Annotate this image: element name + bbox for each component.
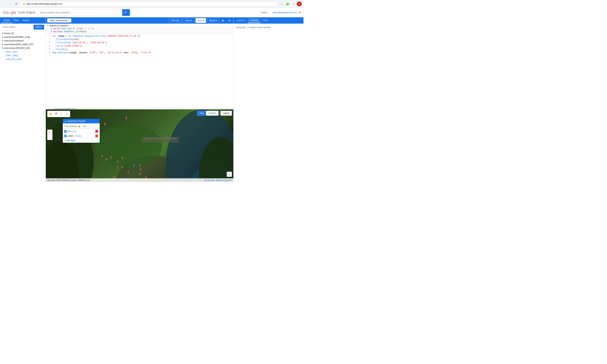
forward-button[interactable]: → [8,1,13,6]
filter-input[interactable] [1,25,33,29]
code-line-1: 1 var image = ee.Image(ee.ImageCollectio… [46,35,233,38]
map-pin-9[interactable]: 📍 [121,157,124,160]
save-label: Save [185,19,190,22]
import-edit-icon[interactable]: ✏ [85,27,86,30]
imports-info-icon[interactable]: ℹ [69,25,69,27]
address-bar[interactable]: 🔒 https://code.earthengine.google.com [20,1,278,6]
polygon-tool-button[interactable]: ⬡ [64,111,69,117]
zoom-in-button[interactable]: + [47,130,53,135]
code-line-4: 4 .sort('CLOUD_COVER') [46,44,233,48]
reload-button[interactable]: ⟳ [14,1,19,6]
map-pin-12[interactable]: 📍 [138,164,142,168]
pan-tool-button[interactable]: ✋ [48,111,53,117]
user-email[interactable]: shaun@shaunlevick.com [272,11,297,14]
map-pin-3[interactable]: 📍 [103,123,107,127]
tree-leaf-label: Intro_Lab2 [7,51,17,53]
panel-tabs: Inspector Console Tasks [234,17,304,24]
tree-item-env202[interactable]: ▾ users/shaun/ENV202_502 [0,46,46,50]
help-button[interactable]: Help ▾ [259,10,270,15]
tab-label-text: Lab4_screenshots * [49,19,69,22]
more-button[interactable]: ⋮ [291,1,296,6]
map-pin-8[interactable]: 📍 [110,156,113,159]
import-delete-icon[interactable]: 🗑 [92,27,94,30]
search-button[interactable]: 🔍 [122,9,130,16]
save-button[interactable]: Save ▾ [183,18,194,23]
layers-button[interactable]: Layers [221,111,232,116]
help-label: Help [262,11,266,14]
marker-tool-button[interactable]: 📍 [53,111,58,117]
code-scrollbar[interactable] [46,108,233,109]
search-input[interactable] [38,9,122,16]
roi-color-swatch[interactable] [95,130,98,133]
back-button[interactable]: ← [2,1,7,6]
tree-item-intro-lab2[interactable]: ▪ Intro_Lab2 [0,50,46,54]
terms-link[interactable]: Terms of Use [204,179,215,181]
import-copy-icon[interactable]: ⊕ [88,27,90,30]
tree-item-intro-lab22[interactable]: ▪ Intro_Lab22 [0,54,46,57]
right-panel: Inspector Console Tasks Use print(...) t… [233,17,304,182]
roi-checkbox[interactable] [64,130,67,133]
user-avatar[interactable]: S [297,1,302,6]
grid-view-button[interactable]: ⊞ [221,18,226,23]
line-content-5: .first()); [53,48,233,51]
urban-checkbox[interactable] [64,135,67,137]
map-pin-1[interactable]: 📍 [124,116,128,120]
import-item-urban: ▸ var urban: MultiPoint, 25 vertices [47,30,86,33]
sidebar-item-scripts[interactable]: Scripts [1,18,12,23]
map-pin-14[interactable]: 📍 [127,171,130,174]
import-expand-icon[interactable]: ▸ [51,30,52,33]
tree-item-default[interactable]: ▸ users/shaun/default [0,39,46,43]
code-editor[interactable]: 1 var image = ee.Image(ee.ImageCollectio… [46,34,233,108]
map-type-map-button[interactable]: Map [197,111,206,116]
sidebar-item-docs[interactable]: Docs [12,18,21,23]
line-content-2: .filterBounds(roi) [53,38,233,41]
add-layer-link[interactable]: + new layer [63,138,100,143]
import-type-roi: Point [61,27,66,30]
map-type-satellite-button[interactable]: Satellite [206,111,218,116]
zoom-out-button[interactable]: − [47,135,53,140]
urban-color-swatch[interactable] [95,134,98,137]
import-expand-icon[interactable]: ▸ [51,27,52,30]
map-pin-7[interactable]: 📍 [105,158,108,162]
import-key-urban: var urban: [53,30,63,33]
fullscreen-button[interactable]: ⤢ [227,172,232,177]
reset-button[interactable]: Reset ▾ [207,18,219,23]
scrollbar-thumb [54,108,76,109]
new-button[interactable]: NEW ▾ [34,25,44,29]
imports-header: ▾ Imports (2 entries) ℹ [47,24,69,27]
map-pin-10[interactable]: 📍 [116,161,119,164]
imports-toggle[interactable]: ▾ [47,24,48,27]
terms-label[interactable]: Terms of Use [204,179,215,181]
settings-button[interactable]: ⚙ [227,18,232,23]
line-content-4: .sort('CLOUD_COVER') [53,44,233,48]
tree-item-env-emm[interactable]: ▸ users/shaun/ENV_EMM_2017 [0,43,46,46]
lock-icon[interactable]: 🔒 [78,125,81,127]
tab-tasks[interactable]: Tasks [260,18,270,23]
urban-name: urban [68,135,73,137]
map-pin-15[interactable]: 📍 [139,168,142,171]
editor-tab[interactable]: Lab4_screenshots * [47,18,71,23]
map-footer: Map data ©2019 GBRMPA, Google 1 km Terms… [46,178,233,182]
sidebar-item-assets[interactable]: Assets [21,18,31,23]
tree-item-buffalo[interactable]: ▸ users/shaun/Buffalo_study [0,35,46,39]
geometry-toggle-checkbox[interactable] [64,120,67,122]
extensions-button[interactable]: 🧩 [285,1,290,6]
map-pin-13[interactable]: 📍 [121,167,124,169]
report-label[interactable]: Report a map error [216,179,232,181]
star-button[interactable]: ☆ [279,1,284,6]
get-link-button[interactable]: Get Link [169,18,182,23]
code-line-3: 3 .filterDate('2016-05-01', '2016-06-30'… [46,41,233,44]
map-pin-6[interactable]: 📍 [100,155,104,159]
tree-item-intro-rs-lab2[interactable]: ▪ Intro_RS_Lab2 [0,57,46,61]
run-button[interactable]: Run ▾ [195,18,206,23]
google-logo: Google [3,10,16,15]
user-dropdown-arrow[interactable]: ▾ [299,11,301,14]
map-pin-17[interactable]: 📍 [138,173,142,176]
geom-exit-button[interactable]: Exit [82,124,88,128]
tab-inspector[interactable]: Inspector [234,18,248,23]
report-link[interactable]: Report a map error [216,179,232,181]
map-pin-purple[interactable]: 📍 [132,164,136,168]
tab-console[interactable]: Console [248,18,260,23]
map-pin-11[interactable]: 📍 [116,166,119,169]
line-tool-button[interactable]: ╱ [59,111,64,117]
